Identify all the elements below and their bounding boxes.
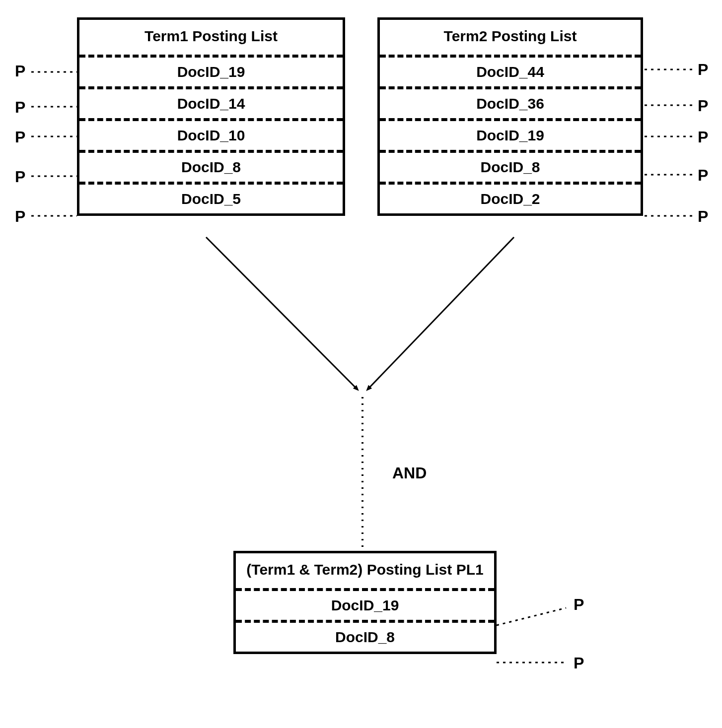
pointer-label: P xyxy=(15,128,25,146)
pointer-label: P xyxy=(698,166,708,185)
pointer-label: P xyxy=(698,207,708,226)
operator-label: AND xyxy=(392,464,427,482)
result-row: DocID_8 xyxy=(236,620,494,652)
term2-row: DocID_19 xyxy=(380,118,641,150)
pointer-label: P xyxy=(698,128,708,146)
pointer-label: P xyxy=(574,654,584,672)
pointer-label: P xyxy=(15,98,25,117)
pointer-label: P xyxy=(698,97,708,115)
term1-title: Term1 Posting List xyxy=(79,20,343,55)
pointer-label: P xyxy=(698,61,708,79)
pointer-label: P xyxy=(15,62,25,80)
result-row: DocID_19 xyxy=(236,588,494,620)
pointer-label: P xyxy=(15,207,25,226)
term2-title: Term2 Posting List xyxy=(380,20,641,55)
svg-line-1 xyxy=(367,237,514,390)
term2-row: DocID_44 xyxy=(380,55,641,86)
pointer-label: P xyxy=(574,596,584,614)
term2-box: Term2 Posting List DocID_44 DocID_36 Doc… xyxy=(377,17,643,216)
term1-row: DocID_10 xyxy=(79,118,343,150)
result-title: (Term1 & Term2) Posting List PL1 xyxy=(236,553,494,588)
term1-row: DocID_8 xyxy=(79,150,343,182)
term2-row: DocID_36 xyxy=(380,86,641,118)
pointer-label: P xyxy=(15,168,25,186)
svg-line-0 xyxy=(206,237,358,390)
svg-line-13 xyxy=(497,608,566,625)
term1-row: DocID_5 xyxy=(79,182,343,213)
term1-box: Term1 Posting List DocID_19 DocID_14 Doc… xyxy=(77,17,345,216)
result-box: (Term1 & Term2) Posting List PL1 DocID_1… xyxy=(233,551,497,654)
term2-row: DocID_8 xyxy=(380,150,641,182)
diagram-canvas: Term1 Posting List DocID_19 DocID_14 Doc… xyxy=(0,0,722,728)
term2-row: DocID_2 xyxy=(380,182,641,213)
term1-row: DocID_14 xyxy=(79,86,343,118)
term1-row: DocID_19 xyxy=(79,55,343,86)
